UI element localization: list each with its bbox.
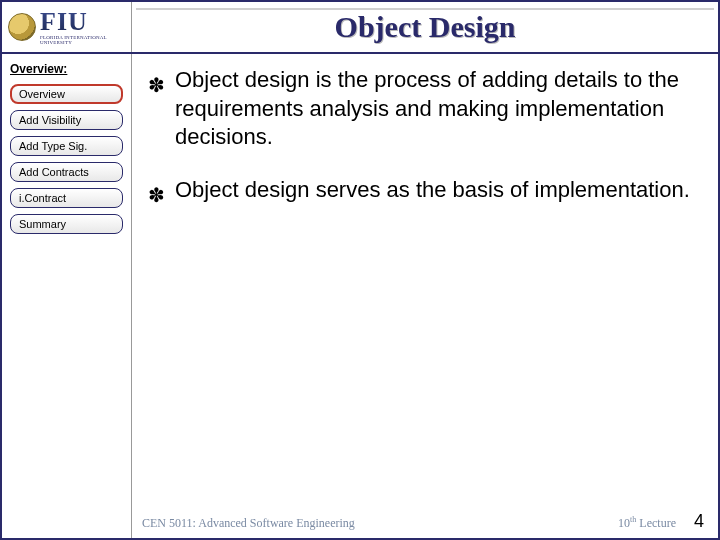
lecture-ord: 10	[618, 516, 630, 530]
sidebar-item-add-contracts[interactable]: Add Contracts	[10, 162, 123, 182]
sidebar-item-summary[interactable]: Summary	[10, 214, 123, 234]
seal-icon	[8, 13, 36, 41]
body: Overview: Overview Add Visibility Add Ty…	[2, 54, 718, 538]
lecture-word: Lecture	[636, 516, 676, 530]
footer-lecture: 10th Lecture	[618, 515, 676, 531]
bullet-text: Object design is the process of adding d…	[175, 66, 694, 152]
page-number: 4	[694, 511, 704, 532]
sidebar-item-label: Add Contracts	[19, 166, 89, 178]
footer-course: CEN 5011: Advanced Software Engineering	[142, 516, 355, 531]
sidebar: Overview: Overview Add Visibility Add Ty…	[2, 54, 132, 538]
header: FIU FLORIDA INTERNATIONAL UNIVERSITY Obj…	[2, 2, 718, 54]
sidebar-item-label: Add Visibility	[19, 114, 81, 126]
sidebar-item-label: i.Contract	[19, 192, 66, 204]
slide: FIU FLORIDA INTERNATIONAL UNIVERSITY Obj…	[0, 0, 720, 540]
logo-big: FIU	[40, 9, 125, 35]
footer: CEN 5011: Advanced Software Engineering …	[132, 511, 718, 532]
sidebar-item-icontract[interactable]: i.Contract	[10, 188, 123, 208]
sidebar-item-label: Overview	[19, 88, 65, 100]
content: ✽ Object design is the process of adding…	[132, 54, 718, 538]
title-area: Object Design	[132, 2, 718, 52]
page-title: Object Design	[327, 10, 524, 44]
asterisk-icon: ✽	[148, 72, 165, 98]
footer-right: 10th Lecture 4	[618, 511, 704, 532]
logo: FIU FLORIDA INTERNATIONAL UNIVERSITY	[2, 2, 132, 52]
asterisk-icon: ✽	[148, 182, 165, 208]
sidebar-item-label: Add Type Sig.	[19, 140, 87, 152]
sidebar-heading: Overview:	[10, 62, 123, 76]
logo-text: FIU FLORIDA INTERNATIONAL UNIVERSITY	[40, 9, 125, 45]
bullet-text: Object design serves as the basis of imp…	[175, 176, 690, 205]
sidebar-item-add-type-sig[interactable]: Add Type Sig.	[10, 136, 123, 156]
bullet-list: ✽ Object design is the process of adding…	[140, 66, 694, 232]
sidebar-item-label: Summary	[19, 218, 66, 230]
bullet-item: ✽ Object design serves as the basis of i…	[140, 176, 694, 208]
logo-small: FLORIDA INTERNATIONAL UNIVERSITY	[40, 35, 125, 45]
sidebar-item-add-visibility[interactable]: Add Visibility	[10, 110, 123, 130]
sidebar-item-overview[interactable]: Overview	[10, 84, 123, 104]
bullet-item: ✽ Object design is the process of adding…	[140, 66, 694, 152]
